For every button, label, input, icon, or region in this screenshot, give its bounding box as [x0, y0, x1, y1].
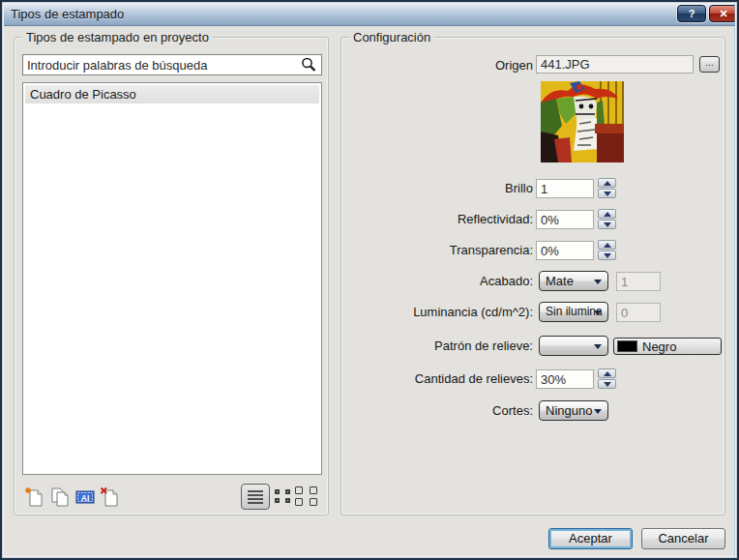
spin-up-icon[interactable]	[598, 368, 616, 378]
cortes-dropdown[interactable]: Ninguno	[539, 400, 608, 421]
cantidad-relieves-label: Cantidad de relieves:	[349, 369, 533, 389]
help-button[interactable]: ?	[677, 5, 706, 22]
cancel-button[interactable]: Cancelar	[641, 528, 725, 549]
relief-color-label: Negro	[642, 339, 676, 354]
reflectividad-field[interactable]	[536, 210, 594, 229]
stamp-list[interactable]: Cuadro de Picasso	[22, 82, 322, 475]
chevron-down-icon	[594, 344, 602, 349]
list-item[interactable]: Cuadro de Picasso	[25, 85, 319, 103]
origen-field[interactable]	[536, 55, 694, 74]
spin-down-icon[interactable]	[598, 379, 616, 389]
spin-up-icon[interactable]	[598, 240, 616, 250]
new-stamp-icon[interactable]	[24, 486, 45, 508]
cantidad-relieves-field[interactable]	[536, 369, 594, 389]
spin-up-icon[interactable]	[598, 178, 616, 188]
cantidad-relieves-spinner[interactable]	[598, 368, 616, 390]
configuration-title: Configuración	[349, 30, 434, 44]
patron-relieve-label: Patrón de relieve:	[349, 337, 533, 356]
large-icons-view-icon	[295, 486, 319, 506]
transparencia-label: Transparencia:	[349, 241, 533, 260]
chevron-down-icon	[594, 310, 602, 315]
acabado-label: Acabado:	[349, 272, 533, 291]
cortes-value: Ninguno	[546, 403, 592, 418]
rename-stamp-icon[interactable]: AI	[74, 486, 96, 508]
help-icon: ?	[689, 8, 695, 19]
window-title: Tipos de estampado	[11, 7, 124, 21]
luminancia-label: Luminancia (cd/m^2):	[349, 303, 533, 322]
browse-button[interactable]: ...	[699, 56, 720, 73]
configuration-groupbox: Configuración Origen ...	[340, 37, 725, 516]
spin-up-icon[interactable]	[598, 209, 616, 219]
brillo-label: Brillo	[349, 179, 533, 198]
magnifier-icon[interactable]	[300, 56, 317, 74]
luminancia-extra-field	[616, 303, 661, 322]
list-view-button[interactable]	[241, 484, 270, 510]
titlebar[interactable]: Tipos de estampado ? ✕	[2, 2, 737, 26]
brillo-field[interactable]	[536, 179, 594, 198]
svg-text:AI: AI	[81, 493, 90, 503]
acabado-value: Mate	[546, 274, 574, 288]
luminancia-dropdown[interactable]: Sin ilumina	[539, 302, 608, 322]
black-swatch-icon	[617, 340, 637, 352]
small-icons-view-icon	[275, 489, 291, 503]
close-button[interactable]: ✕	[709, 5, 738, 22]
acabado-extra-field	[616, 272, 661, 291]
spin-down-icon[interactable]	[598, 189, 616, 198]
list-view-icon	[247, 489, 264, 504]
small-icons-view-button[interactable]	[275, 489, 291, 505]
project-stamps-groupbox: Tipos de estampado en proyecto Cuadro de…	[14, 37, 329, 516]
search-input[interactable]	[23, 58, 300, 73]
large-icons-view-button[interactable]	[295, 486, 319, 507]
chevron-down-icon	[594, 409, 602, 414]
reflectividad-spinner[interactable]	[598, 209, 616, 230]
close-icon: ✕	[719, 8, 727, 19]
reflectividad-label: Reflectividad:	[349, 210, 533, 229]
acabado-dropdown[interactable]: Mate	[539, 271, 608, 291]
cortes-label: Cortes:	[349, 401, 533, 421]
picasso-weeping-woman-thumbnail	[541, 81, 624, 162]
dialog-tipos-de-estampado: Tipos de estampado ? ✕ Tipos de estampad…	[0, 0, 739, 560]
origen-label: Origen	[349, 56, 533, 75]
project-stamps-title: Tipos de estampado en proyecto	[22, 30, 213, 44]
delete-stamp-icon[interactable]	[100, 486, 121, 508]
accept-button[interactable]: Aceptar	[548, 528, 633, 549]
relief-color-button[interactable]: Negro	[613, 338, 722, 355]
brillo-spinner[interactable]	[598, 178, 616, 199]
search-box[interactable]	[22, 54, 322, 75]
spin-down-icon[interactable]	[598, 251, 616, 260]
transparencia-spinner[interactable]	[598, 240, 616, 261]
patron-relieve-dropdown[interactable]	[539, 336, 608, 356]
copy-stamp-icon[interactable]	[49, 486, 71, 508]
transparencia-field[interactable]	[536, 241, 594, 260]
chevron-down-icon	[594, 280, 602, 284]
spin-down-icon[interactable]	[598, 220, 616, 229]
